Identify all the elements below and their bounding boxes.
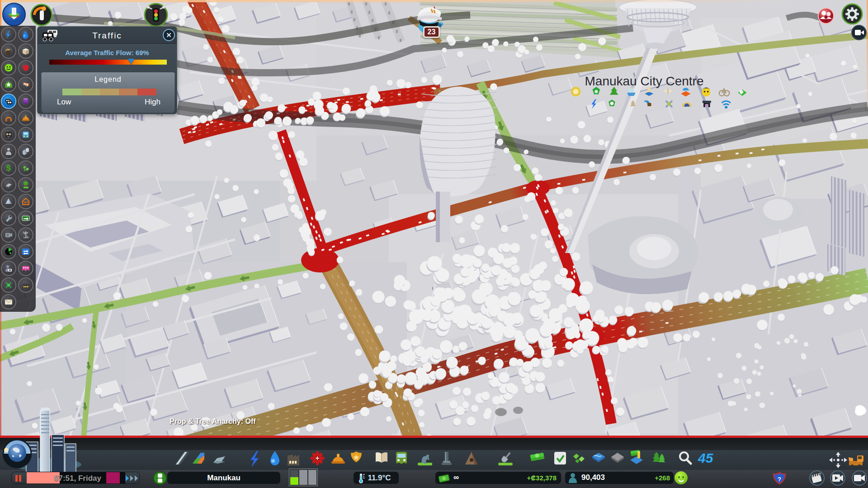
svg-text:?: ? [778,476,781,483]
svg-text:$: $ [6,164,11,173]
svg-text:$$$: $$$ [24,201,28,204]
svg-text:45: 45 [698,450,714,465]
